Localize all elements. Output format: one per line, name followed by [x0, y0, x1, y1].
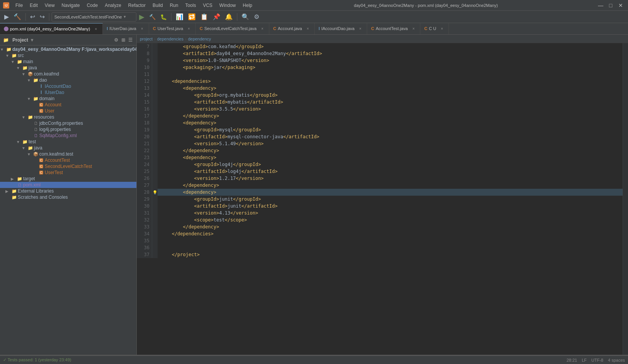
line-content-20[interactable]: <artifactId>mysql-connector-java</artifa…: [158, 133, 623, 140]
settings-icon[interactable]: ☰: [128, 37, 133, 44]
line-content-23[interactable]: <dependency>: [158, 154, 623, 161]
build-button[interactable]: 🔨: [12, 12, 23, 22]
gear-icon[interactable]: ⚙: [113, 37, 119, 44]
status-linesep[interactable]: LF: [582, 358, 587, 362]
line-content-8[interactable]: <artifactId>day04_eesy_04annoOne2Many</a…: [158, 50, 623, 57]
tree-item-target[interactable]: ▶📁target: [0, 176, 136, 182]
line-content-13[interactable]: <dependency>: [158, 85, 623, 92]
line-content-14[interactable]: <groupId>org.mybatis</groupId>: [158, 92, 623, 99]
code-editor[interactable]: 7 <groupId>com.keafmd</groupId>8 <artifa…: [137, 43, 623, 355]
tab-close-accounttest[interactable]: ×: [411, 26, 416, 31]
tab-close-usertest[interactable]: ×: [186, 26, 191, 31]
settings-button[interactable]: ⚙: [252, 12, 261, 22]
line-content-32[interactable]: <scope>test</scope>: [158, 216, 623, 223]
tree-item-External Libraries[interactable]: ▶📁External Libraries: [0, 188, 136, 194]
tab-accounttest[interactable]: CAccountTest.java×: [367, 23, 420, 34]
tree-item-test[interactable]: ▼📁test: [0, 139, 136, 145]
menu-navigate[interactable]: Navigate: [59, 2, 83, 9]
line-content-30[interactable]: <artifactId>junit</artifactId>: [158, 203, 623, 210]
breadcrumb-item-dependency[interactable]: dependency: [188, 37, 211, 41]
tree-item-dao[interactable]: ▼📁dao: [0, 77, 136, 83]
tab-close-iaccountdao[interactable]: ×: [358, 26, 363, 31]
line-content-12[interactable]: <dependencies>: [158, 78, 623, 85]
tab-usertest[interactable]: CUserTest.java×: [149, 23, 196, 34]
breadcrumb-item-dependencies[interactable]: dependencies: [157, 37, 184, 41]
tree-item-jdbcConfig-properties[interactable]: 🗋jdbcConfig.properties: [0, 120, 136, 126]
tree-item-day04_eesy_04annoOne2Many[interactable]: ▼📁day04_eesy_04annoOne2Many F:\java_work…: [0, 46, 136, 52]
menu-tools[interactable]: Tools: [182, 2, 199, 9]
line-content-7[interactable]: <groupId>com.keafmd</groupId>: [158, 43, 623, 50]
run-button[interactable]: ▶: [2, 12, 11, 22]
line-content-27[interactable]: </dependency>: [158, 182, 623, 189]
search-everywhere-button[interactable]: 🔍: [240, 12, 251, 22]
line-content-16[interactable]: <version>3.5.5</version>: [158, 106, 623, 112]
line-content-35[interactable]: [158, 237, 623, 244]
line-content-29[interactable]: <groupId>junit</groupId>: [158, 196, 623, 203]
tree-item-Scratches and Consoles[interactable]: 📁Scratches and Consoles: [0, 194, 136, 200]
menu-build[interactable]: Build: [149, 2, 166, 9]
redo-button[interactable]: ↪: [38, 12, 47, 22]
line-content-18[interactable]: <dependency>: [158, 119, 623, 126]
line-content-21[interactable]: <version>5.1.49</version>: [158, 140, 623, 147]
line-content-11[interactable]: [158, 71, 623, 78]
debug-button[interactable]: 🐛: [158, 12, 169, 22]
tree-item-IAccountDao[interactable]: IIAccountDao: [0, 83, 136, 89]
tab-iuser[interactable]: IIUserDao.java×: [103, 23, 149, 34]
tree-item-SqlMapConfig-xml[interactable]: 🗋SqlMapConfig.xml: [0, 133, 136, 139]
line-content-15[interactable]: <artifactId>mybatis</artifactId>: [158, 99, 623, 106]
line-content-24[interactable]: <groupId>log4j</groupId>: [158, 161, 623, 168]
line-content-34[interactable]: </dependencies>: [158, 230, 623, 237]
vcs-button[interactable]: 📌: [211, 12, 222, 22]
coverage-button[interactable]: 📊: [174, 12, 185, 22]
tree-item-main[interactable]: ▼📁main: [0, 59, 136, 65]
menu-edit[interactable]: Edit: [27, 2, 41, 9]
line-content-28[interactable]: <dependency>: [158, 189, 623, 196]
menu-file[interactable]: File: [12, 2, 26, 9]
close-button[interactable]: ✕: [616, 1, 625, 10]
line-content-22[interactable]: </dependency>: [158, 147, 623, 154]
tab-account[interactable]: CAccount.java×: [269, 23, 315, 34]
line-content-25[interactable]: <artifactId>log4j</artifactId>: [158, 168, 623, 175]
tree-item-pom-xml[interactable]: 🗋pom.xml: [0, 182, 136, 188]
tree-item-AccountTest[interactable]: CAccountTest: [0, 157, 136, 163]
line-content-37[interactable]: </project>: [158, 251, 623, 258]
tree-item-Account[interactable]: CAccount: [0, 102, 136, 108]
tab-close-account[interactable]: ×: [305, 26, 311, 31]
line-content-36[interactable]: [158, 244, 623, 251]
menu-run[interactable]: Run: [167, 2, 181, 9]
title-bar-controls[interactable]: —□✕: [596, 1, 625, 10]
minimize-button[interactable]: —: [596, 1, 605, 10]
line-content-33[interactable]: </dependency>: [158, 223, 623, 230]
line-content-26[interactable]: <version>1.2.17</version>: [158, 175, 623, 182]
tree-item-java[interactable]: ▼📁java: [0, 65, 136, 71]
notification-button[interactable]: 🔔: [223, 12, 235, 22]
status-line-col[interactable]: 28:21: [566, 358, 577, 362]
tree-item-com-keafmd[interactable]: ▼📦com.keafmd: [0, 71, 136, 77]
line-content-31[interactable]: <version>4.13</version>: [158, 210, 623, 216]
git-button[interactable]: 📋: [198, 12, 210, 22]
menu-view[interactable]: View: [42, 2, 58, 9]
tab-secondlevel[interactable]: CSecondLevelCatchTest.java×: [196, 23, 269, 34]
menu-help[interactable]: Help: [240, 2, 255, 9]
tab-close-pom[interactable]: ×: [93, 26, 99, 32]
menu-refactor[interactable]: Refactor: [125, 2, 149, 9]
menu-window[interactable]: Window: [216, 2, 239, 9]
tree-item-com-keafmd-test[interactable]: ▼📦com.keafmd.test: [0, 151, 136, 157]
tree-item-log4j-properties[interactable]: 🗋log4j.properties: [0, 126, 136, 133]
tree-item-IUserDao[interactable]: IIUserDao: [0, 89, 136, 96]
tree-item-src[interactable]: ▼📁src: [0, 52, 136, 59]
expand-icon[interactable]: ⊞: [121, 37, 126, 44]
status-indent[interactable]: 4 spaces: [608, 358, 625, 362]
tree-item-User[interactable]: CUser: [0, 108, 136, 114]
maximize-button[interactable]: □: [606, 1, 615, 10]
tree-item-resources[interactable]: ▼📁resources: [0, 114, 136, 120]
menu-analyze[interactable]: Analyze: [102, 2, 124, 9]
undo-button[interactable]: ↩: [28, 12, 37, 22]
tab-close-secondlevel[interactable]: ×: [260, 26, 265, 31]
run-action-button[interactable]: ▶: [137, 12, 146, 22]
build-project-button[interactable]: 🔨: [147, 12, 158, 22]
tree-item-domain[interactable]: ▼📁domain: [0, 96, 136, 102]
breadcrumb-item-project[interactable]: project: [140, 37, 153, 41]
line-content-9[interactable]: <version>1.0-SNAPSHOT</version>: [158, 57, 623, 64]
tab-iaccountdao[interactable]: IIAccountDao.java×: [315, 23, 367, 34]
